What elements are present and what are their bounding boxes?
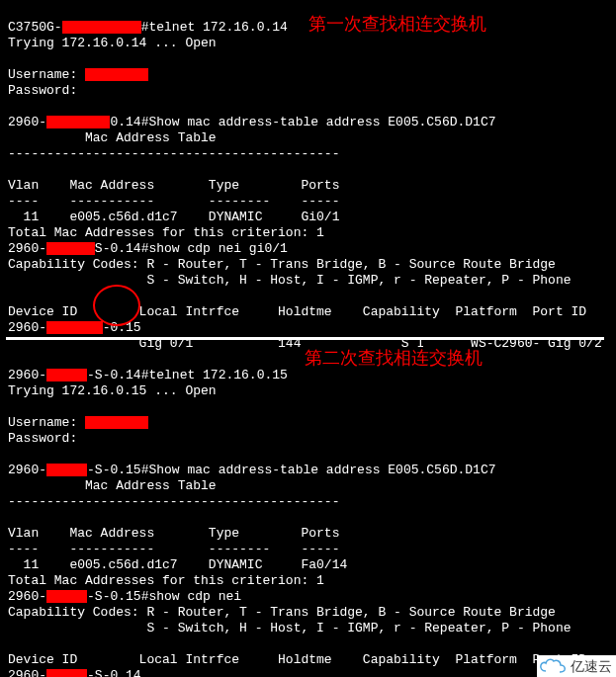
redacted-text: F37131ZZ xyxy=(85,416,148,429)
redacted-text: H3-3F xyxy=(46,464,87,476)
annotation-first-lookup: 第一次查找相连交换机 xyxy=(308,14,486,34)
line-show-mac2: 2960-H3-3F-S-0.15#Show mac address-table… xyxy=(8,463,496,477)
line-cdp2: 2960-H3-3F-S-0.15#show cdp nei xyxy=(8,589,241,604)
line-capcodes2: S - Switch, H - Host, I - IGMP, r - Repe… xyxy=(8,273,572,288)
redacted-text: H3-3F-S xyxy=(46,321,103,334)
redacted-text: H3-3F xyxy=(46,590,87,603)
line-show-mac: 2960-H3-3F-S-0.14#Show mac address-table… xyxy=(8,115,496,129)
line-capcodes2-2: S - Switch, H - Host, I - IGMP, r - Repe… xyxy=(8,621,572,635)
line-mat-header-2: Vlan Mac Address Type Ports xyxy=(8,526,339,541)
line-mat-header2-2: ---- ----------- -------- ----- xyxy=(8,542,339,556)
line-mat-total: Total Mac Addresses for this criterion: … xyxy=(8,225,324,240)
watermark-text: 亿速云 xyxy=(571,658,612,674)
line-capcodes1: Capability Codes: R - Router, T - Trans … xyxy=(8,257,556,272)
cloud-icon xyxy=(539,657,567,675)
redacted-text: 39713177 xyxy=(85,68,148,81)
line-mat-header: Vlan Mac Address Type Ports xyxy=(8,178,339,193)
redacted-text: H3-3F-S- xyxy=(46,116,110,128)
line-cdp-header2: Device ID Local Intrfce Holdtme Capabili… xyxy=(8,652,586,667)
line-cdp-header: Device ID Local Intrfce Holdtme Capabili… xyxy=(8,304,586,319)
line-password2: Password: xyxy=(8,431,77,446)
line-cdp: 2960-H3-3F-S-0.14#show cdp nei gi0/1 xyxy=(8,241,288,256)
line-prompt2: 2960-H3-3F-S-0.14#telnet 172.16.0.15 xyxy=(8,368,288,382)
watermark: 亿速云 xyxy=(537,655,616,677)
line-mat-total2: Total Mac Addresses for this criterion: … xyxy=(8,573,324,588)
line-cdp-row: 2960-H3-3F-S-0.15 xyxy=(8,320,141,335)
redacted-text: H3-3F- xyxy=(46,242,95,255)
annotation-second-lookup: 第二次查找相连交换机 xyxy=(305,348,483,368)
line-password: Password: xyxy=(8,83,77,98)
redacted-text: H3-3F xyxy=(46,669,87,677)
line-trying2: Trying 172.16.0.15 ... Open xyxy=(8,383,217,398)
line-trying: Trying 172.16.0.14 ... Open xyxy=(8,36,217,50)
line-cdp-row-2: 2960-H3-3F-S-0.14 xyxy=(8,668,141,677)
line-username2: Username: F37131ZZ xyxy=(8,415,148,430)
line-prompt: C3750G-H3-3F-S-S.#telnet 172.16.0.14 xyxy=(8,20,288,35)
redacted-text: H3-3F-S-S. xyxy=(62,21,141,34)
line-mat-row2: 11 e005.c56d.d1c7 DYNAMIC Fa0/14 xyxy=(8,557,347,572)
section-divider xyxy=(6,337,604,340)
line-mat-title: Mac Address Table xyxy=(8,130,217,145)
line-mat-row: 11 e005.c56d.d1c7 DYNAMIC Gi0/1 xyxy=(8,210,339,224)
line-mat-title2: Mac Address Table xyxy=(8,478,217,493)
line-mat-header2: ---- ----------- -------- ----- xyxy=(8,194,339,209)
line-username: Username: 39713177 xyxy=(8,67,148,82)
line-mat-dash2: ----------------------------------------… xyxy=(8,494,339,509)
redacted-text: H3-3F xyxy=(46,369,87,381)
line-capcodes1-2: Capability Codes: R - Router, T - Trans … xyxy=(8,605,556,620)
line-mat-dash: ----------------------------------------… xyxy=(8,146,339,161)
